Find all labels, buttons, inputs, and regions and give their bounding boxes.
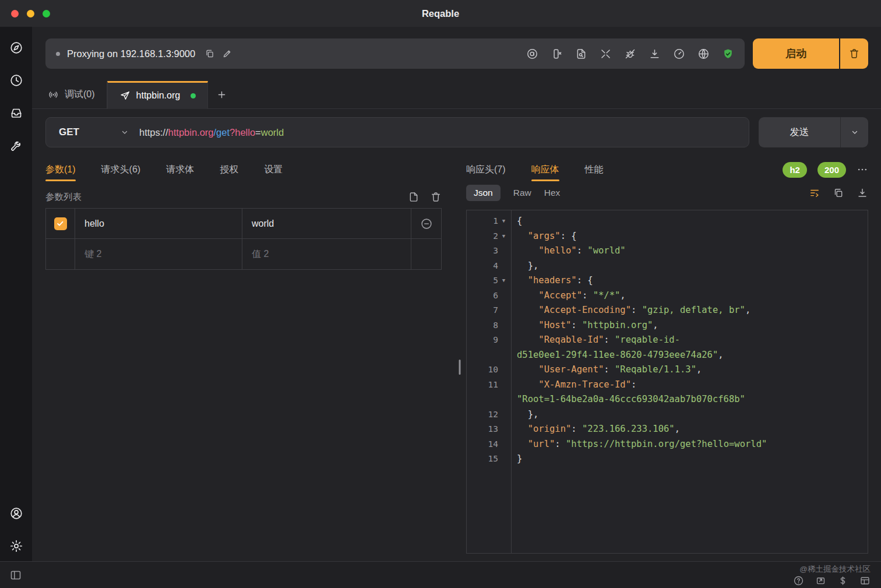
send-button[interactable]: 发送 bbox=[759, 117, 840, 147]
status-badge: 200 bbox=[817, 162, 846, 178]
toggle-sidebar-icon[interactable] bbox=[9, 569, 22, 582]
bug-disabled-icon[interactable] bbox=[624, 48, 636, 60]
panel-resize-handle[interactable] bbox=[453, 157, 466, 561]
remove-param-icon[interactable] bbox=[420, 217, 433, 230]
throttle-icon[interactable] bbox=[673, 48, 685, 60]
line-number: 7 bbox=[484, 303, 498, 318]
toolbar-actions bbox=[526, 48, 734, 60]
response-panel-header: 响应头(7)响应体性能 h2200 bbox=[466, 157, 868, 182]
code-text: "Reqable-Id": "reqable-id-d51e0ee1-29f4-… bbox=[511, 333, 859, 362]
param-value-cell[interactable]: world bbox=[242, 209, 411, 238]
copy-response-icon[interactable] bbox=[833, 187, 844, 199]
request-tab-settings[interactable]: 设置 bbox=[264, 157, 283, 182]
new-document-icon[interactable] bbox=[408, 191, 420, 203]
line-gutter: 5▼ bbox=[467, 273, 511, 288]
collection-icon[interactable] bbox=[9, 106, 23, 120]
url-input[interactable]: https://httpbin.org/get?hello=world bbox=[139, 127, 749, 138]
checkbox-checked[interactable] bbox=[54, 217, 67, 230]
view-tab-hex[interactable]: Hex bbox=[544, 185, 561, 201]
response-tab-body[interactable]: 响应体 bbox=[531, 157, 559, 182]
clear-sessions-button[interactable] bbox=[839, 38, 868, 69]
line-number: 14 bbox=[484, 437, 498, 452]
line-number: 8 bbox=[484, 318, 498, 333]
code-line: 8▼ "Host": "httpbin.org", bbox=[467, 318, 868, 333]
line-number: 12 bbox=[484, 407, 498, 422]
param-action-cell bbox=[411, 209, 441, 238]
response-tab-headers[interactable]: 响应头(7) bbox=[466, 157, 506, 182]
line-number: 4 bbox=[484, 259, 498, 274]
param-key: hello bbox=[84, 219, 104, 229]
new-tab-button[interactable] bbox=[208, 81, 235, 108]
minimize-button[interactable] bbox=[27, 10, 34, 17]
mute-icon[interactable] bbox=[551, 48, 563, 60]
param-check-cell[interactable] bbox=[46, 209, 75, 238]
line-number: 3 bbox=[484, 244, 498, 259]
feedback-icon[interactable] bbox=[815, 575, 826, 586]
view-tab-raw[interactable]: Raw bbox=[513, 185, 531, 201]
line-gutter: 11▼ bbox=[467, 378, 511, 407]
zoom-button[interactable] bbox=[43, 10, 50, 17]
request-tab-auth[interactable]: 授权 bbox=[220, 157, 238, 182]
copy-address-icon[interactable] bbox=[205, 48, 215, 59]
tab-httpbin[interactable]: httpbin.org bbox=[107, 81, 209, 108]
debug-compass-icon[interactable] bbox=[9, 41, 23, 55]
certificate-icon[interactable] bbox=[526, 48, 538, 60]
code-line: 1▼{ bbox=[467, 214, 868, 229]
watermark: @稀土掘金技术社区 bbox=[799, 564, 871, 575]
url-segment: ?hello bbox=[230, 127, 255, 138]
code-text: "Accept": "*/*", bbox=[511, 288, 859, 304]
response-badges: h2200 bbox=[783, 162, 846, 178]
code-text: "url": "https://httpbin.org/get?hello=wo… bbox=[511, 437, 859, 452]
proxy-status-dot bbox=[56, 52, 60, 56]
request-tab-params[interactable]: 参数(1) bbox=[45, 157, 76, 182]
fold-toggle-icon[interactable]: ▼ bbox=[500, 229, 508, 244]
format-code-icon[interactable] bbox=[809, 187, 820, 199]
inspect-icon[interactable] bbox=[575, 48, 587, 60]
line-number: 10 bbox=[484, 362, 498, 378]
param-value-cell[interactable]: 值 2 bbox=[242, 239, 411, 269]
line-gutter: 10▼ bbox=[467, 362, 511, 378]
param-check-cell[interactable] bbox=[46, 239, 75, 269]
code-line: 9▼ "Reqable-Id": "reqable-id-d51e0ee1-29… bbox=[467, 333, 868, 362]
history-icon[interactable] bbox=[9, 73, 23, 87]
line-gutter: 7▼ bbox=[467, 303, 511, 318]
layout-icon[interactable] bbox=[859, 575, 871, 586]
window-title: Reqable bbox=[422, 8, 459, 19]
more-icon[interactable] bbox=[857, 164, 868, 175]
toolbox-icon[interactable] bbox=[9, 139, 23, 153]
response-tab-performance[interactable]: 性能 bbox=[585, 157, 604, 182]
request-tab-body[interactable]: 请求体 bbox=[166, 157, 194, 182]
network-icon[interactable] bbox=[697, 48, 710, 60]
code-text: }, bbox=[511, 407, 859, 422]
response-code: 1▼{2▼ "args": {3▼ "hello": "world"4▼ },5… bbox=[466, 210, 868, 554]
settings-gear-icon[interactable] bbox=[9, 539, 23, 553]
send-options-button[interactable] bbox=[840, 117, 868, 147]
param-action-cell bbox=[411, 239, 441, 269]
toolbar: Proxying on 192.168.1.3:9000 bbox=[32, 27, 881, 69]
download-response-icon[interactable] bbox=[857, 187, 868, 199]
import-icon[interactable] bbox=[649, 48, 661, 60]
view-tab-json[interactable]: Json bbox=[466, 185, 501, 201]
param-key-cell[interactable]: 键 2 bbox=[75, 239, 242, 269]
tab-debug-label: 调试(0) bbox=[65, 89, 95, 101]
start-button[interactable]: 启动 bbox=[753, 38, 839, 69]
line-number: 11 bbox=[484, 378, 498, 393]
proxy-status-text: Proxying on 192.168.1.3:9000 bbox=[67, 48, 195, 59]
close-button[interactable] bbox=[11, 10, 19, 17]
fold-toggle-icon[interactable]: ▼ bbox=[500, 273, 508, 288]
edit-address-icon[interactable] bbox=[222, 48, 232, 59]
method-select[interactable]: GET bbox=[46, 118, 139, 147]
clear-params-trash-icon[interactable] bbox=[430, 191, 442, 203]
code-text: { bbox=[511, 214, 859, 229]
decrypt-shield-icon[interactable] bbox=[722, 48, 734, 60]
line-gutter: 15▼ bbox=[467, 452, 511, 467]
tab-debug[interactable]: 调试(0) bbox=[36, 81, 107, 108]
param-key-cell[interactable]: hello bbox=[75, 209, 242, 238]
fold-toggle-icon[interactable]: ▼ bbox=[500, 214, 508, 229]
request-tab-headers[interactable]: 请求头(6) bbox=[101, 157, 141, 182]
disconnect-icon[interactable] bbox=[600, 48, 612, 60]
help-icon[interactable] bbox=[793, 575, 804, 586]
line-gutter: 4▼ bbox=[467, 259, 511, 274]
sponsor-icon[interactable] bbox=[837, 575, 848, 586]
account-icon[interactable] bbox=[9, 506, 23, 520]
